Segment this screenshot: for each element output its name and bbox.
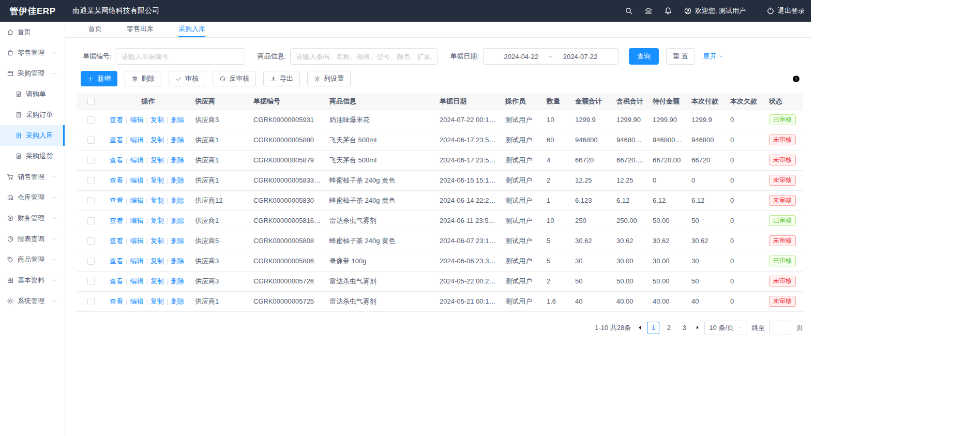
sidebar-item-goods[interactable]: 商品管理 xyxy=(0,249,65,270)
row-action-view[interactable]: 查看 xyxy=(110,217,123,224)
audit-button[interactable]: 审核 xyxy=(169,71,205,86)
row-action-delete[interactable]: 删除 xyxy=(171,136,184,144)
bell-icon[interactable] xyxy=(664,7,672,15)
date-range-picker[interactable]: 2024-04-22 ~ 2024-07-22 xyxy=(483,48,619,65)
sidebar-item-retail[interactable]: 零售管理 xyxy=(0,42,65,63)
row-action-copy[interactable]: 复制 xyxy=(150,257,164,265)
tab-retail-outbound[interactable]: 零售出库 xyxy=(127,22,154,37)
bill-no-input[interactable] xyxy=(116,48,245,65)
unaudit-button[interactable]: 反审核 xyxy=(213,71,256,86)
sidebar-item-purchase-inbound[interactable]: 采购入库 xyxy=(0,125,65,146)
sidebar-item-warehouse[interactable]: 仓库管理 xyxy=(0,187,65,208)
row-action-view[interactable]: 查看 xyxy=(110,277,123,285)
row-action-edit[interactable]: 编辑 xyxy=(130,237,143,245)
row-action-view[interactable]: 查看 xyxy=(110,176,123,184)
sidebar-item-purchase-order[interactable]: 采购订单 xyxy=(0,104,65,125)
add-button[interactable]: 新增 xyxy=(81,71,117,86)
row-action-view[interactable]: 查看 xyxy=(110,257,123,265)
page-size-select[interactable]: 10 条/页 xyxy=(704,321,747,335)
row-checkbox[interactable] xyxy=(87,298,95,305)
row-action-edit[interactable]: 编辑 xyxy=(130,197,143,204)
row-action-delete[interactable]: 删除 xyxy=(171,176,184,184)
select-all-checkbox[interactable] xyxy=(87,98,95,105)
row-action-view[interactable]: 查看 xyxy=(110,297,123,305)
column-settings-button[interactable]: 列设置 xyxy=(307,71,351,86)
row-action-copy[interactable]: 复制 xyxy=(150,176,164,184)
row-action-view[interactable]: 查看 xyxy=(110,156,123,164)
row-checkbox[interactable] xyxy=(87,278,95,285)
row-action-delete[interactable]: 删除 xyxy=(171,217,184,224)
row-action-edit[interactable]: 编辑 xyxy=(130,277,143,285)
row-action-copy[interactable]: 复制 xyxy=(150,116,164,124)
search-icon[interactable] xyxy=(625,7,633,15)
cell-operator: 测试用户 xyxy=(501,110,542,130)
row-checkbox[interactable] xyxy=(87,157,95,164)
next-page-icon[interactable] xyxy=(695,325,700,330)
row-action-delete[interactable]: 删除 xyxy=(171,297,184,305)
row-action-copy[interactable]: 复制 xyxy=(150,217,164,224)
row-action-copy[interactable]: 复制 xyxy=(150,297,164,305)
row-action-edit[interactable]: 编辑 xyxy=(130,116,143,124)
cell-actions: 查看|编辑|复制|删除 xyxy=(105,251,191,271)
tab-purchase-inbound[interactable]: 采购入库 xyxy=(178,22,205,37)
base-icon xyxy=(7,277,14,284)
help-icon[interactable]: ? xyxy=(792,74,801,83)
row-action-edit[interactable]: 编辑 xyxy=(130,257,143,265)
row-checkbox[interactable] xyxy=(87,237,95,245)
page-2[interactable]: 2 xyxy=(662,322,675,334)
page-1[interactable]: 1 xyxy=(647,322,659,334)
row-action-edit[interactable]: 编辑 xyxy=(130,297,143,305)
row-action-delete[interactable]: 删除 xyxy=(171,237,184,245)
row-action-edit[interactable]: 编辑 xyxy=(130,176,143,184)
expand-link[interactable]: 展开 xyxy=(703,52,723,61)
row-action-delete[interactable]: 删除 xyxy=(171,257,184,265)
row-checkbox[interactable] xyxy=(87,217,95,224)
welcome-user[interactable]: 欢迎您, 测试用户 xyxy=(684,6,746,16)
row-action-copy[interactable]: 复制 xyxy=(150,237,164,245)
column-header-debt: 本次欠款 xyxy=(726,93,765,110)
row-action-view[interactable]: 查看 xyxy=(110,197,123,204)
row-action-copy[interactable]: 复制 xyxy=(150,156,164,164)
row-action-edit[interactable]: 编辑 xyxy=(130,136,143,144)
logout-button[interactable]: 退出登录 xyxy=(766,6,805,16)
goods-input[interactable] xyxy=(290,48,438,65)
sidebar-item-base-data[interactable]: 基本资料 xyxy=(0,270,65,291)
jump-page-input[interactable] xyxy=(769,321,792,335)
row-checkbox[interactable] xyxy=(87,137,95,144)
row-checkbox[interactable] xyxy=(87,177,95,184)
sidebar-item-home[interactable]: 首页 xyxy=(0,22,65,42)
bank-icon[interactable] xyxy=(644,7,653,15)
sidebar-item-system[interactable]: 系统管理 xyxy=(0,291,65,311)
row-checkbox[interactable] xyxy=(87,197,95,204)
sidebar-item-purchase-return[interactable]: 采购退货 xyxy=(0,146,65,167)
row-action-copy[interactable]: 复制 xyxy=(150,277,164,285)
date-to-value[interactable]: 2024-07-22 xyxy=(563,53,598,61)
row-checkbox[interactable] xyxy=(87,116,95,124)
prev-page-icon[interactable] xyxy=(637,325,643,330)
tab-home[interactable]: 首页 xyxy=(88,22,102,37)
row-action-edit[interactable]: 编辑 xyxy=(130,156,143,164)
row-action-delete[interactable]: 删除 xyxy=(171,197,184,204)
row-action-view[interactable]: 查看 xyxy=(110,136,123,144)
row-action-view[interactable]: 查看 xyxy=(110,237,123,245)
row-action-delete[interactable]: 删除 xyxy=(171,277,184,285)
sidebar-item-purchase[interactable]: 采购管理 xyxy=(0,63,65,84)
row-action-view[interactable]: 查看 xyxy=(110,116,123,124)
reset-button[interactable]: 重 置 xyxy=(666,48,695,65)
row-action-delete[interactable]: 删除 xyxy=(171,116,184,124)
page-3[interactable]: 3 xyxy=(678,322,690,334)
delete-button[interactable]: 删除 xyxy=(125,71,161,86)
sidebar-item-sales[interactable]: 销售管理 xyxy=(0,167,65,187)
sidebar-item-report[interactable]: 报表查询 xyxy=(0,229,65,249)
row-action-copy[interactable]: 复制 xyxy=(150,136,164,144)
date-from-value[interactable]: 2024-04-22 xyxy=(504,53,539,61)
action-separator: | xyxy=(126,257,127,265)
row-checkbox[interactable] xyxy=(87,258,95,265)
row-action-delete[interactable]: 删除 xyxy=(171,156,184,164)
export-button[interactable]: 导出 xyxy=(263,71,300,86)
search-button[interactable]: 查询 xyxy=(629,48,659,65)
row-action-edit[interactable]: 编辑 xyxy=(130,217,143,224)
row-action-copy[interactable]: 复制 xyxy=(150,197,164,204)
sidebar-item-finance[interactable]: 财务管理 xyxy=(0,208,65,229)
sidebar-item-purchase-request[interactable]: 请购单 xyxy=(0,84,65,104)
